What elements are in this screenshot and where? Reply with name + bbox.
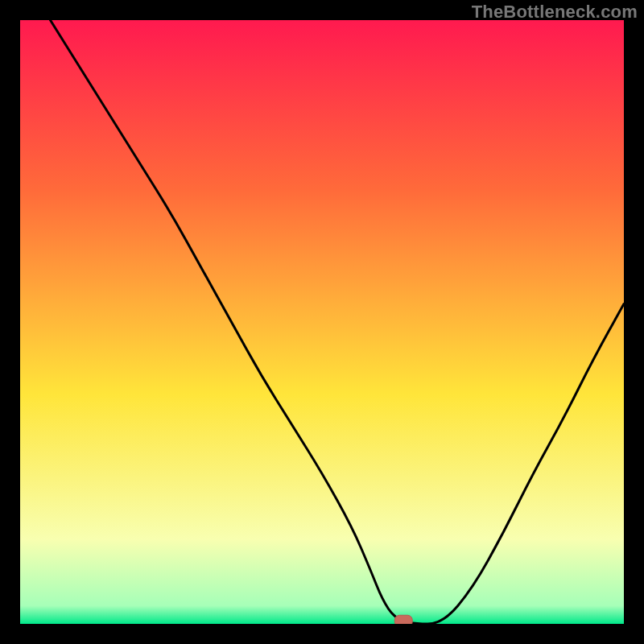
plot-area — [20, 20, 624, 624]
optimal-marker — [394, 615, 412, 624]
gradient-background — [20, 20, 624, 624]
bottleneck-chart — [20, 20, 624, 624]
chart-frame: TheBottleneck.com — [0, 0, 644, 644]
watermark-text: TheBottleneck.com — [472, 2, 638, 23]
